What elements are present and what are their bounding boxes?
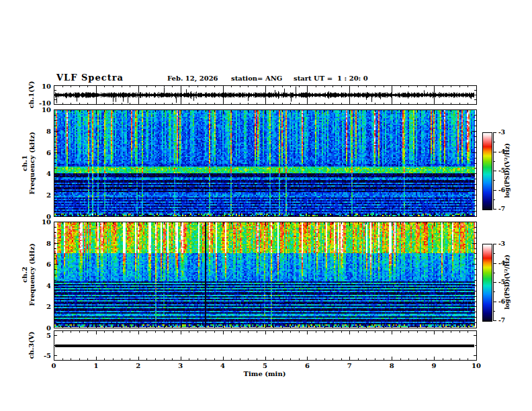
time-tick-label: 3 [178, 362, 183, 369]
time-tick-label: 9 [432, 362, 437, 369]
vlf-spectra-screen: VLF Spectra Feb. 12, 2026 station= ANG s… [0, 0, 532, 411]
colorbar-tick [493, 190, 496, 191]
ch1-spec-ytick: 6 [26, 148, 51, 156]
ch1-waveform-canvas [54, 85, 477, 105]
ch2-frequency-axis-label: ch.2 Frequency (kHz) [21, 243, 36, 306]
colorbar-tick [493, 263, 496, 264]
ch2-spec-ytick: 2 [26, 303, 51, 310]
time-tick-label: 4 [220, 362, 225, 369]
ch1-spec-channel-label: ch.1 [21, 132, 28, 194]
colorbar-minor-tick [493, 273, 495, 273]
ch2-colorbar [482, 244, 492, 322]
colorbar-minor-tick [493, 253, 495, 254]
ch2-spec-ytick: 8 [26, 239, 51, 246]
time-tick-label: 8 [390, 362, 394, 369]
page-title: VLF Spectra [56, 73, 124, 83]
ch2-spec-unit-label: Frequency (kHz) [28, 243, 36, 306]
colorbar-tick [493, 282, 496, 283]
ch2-spectrogram-canvas [54, 222, 477, 328]
ch1-spec-ytick: 4 [26, 170, 51, 177]
colorbar-tick [493, 320, 496, 321]
time-axis-label: Time (min) [244, 370, 286, 377]
colorbar-minor-tick [493, 311, 495, 312]
ch2-spec-ytick: 4 [26, 281, 51, 289]
ch1-spec-ytick: 8 [26, 127, 51, 134]
colorbar-tick-label: -3 [498, 129, 505, 136]
ch2-spec-ytick: 10 [26, 218, 51, 226]
ch3-wave-ytick: -5 [26, 352, 51, 359]
ch3-waveform-canvas [54, 330, 477, 361]
colorbar-tick [493, 152, 496, 152]
ch2-spec-ytick: 6 [26, 261, 51, 268]
ch2-spec-channel-label: ch.2 [21, 243, 28, 306]
header-station: station= ANG [231, 75, 282, 82]
colorbar-tick-label: -7 [498, 205, 505, 212]
ch1-spec-ytick: 2 [26, 191, 51, 199]
ch3-wave-ytick: 5 [26, 332, 51, 339]
time-tick-label: 6 [305, 362, 310, 369]
colorbar-minor-tick [493, 291, 495, 292]
colorbar-tick [493, 302, 496, 302]
colorbar-minor-tick [493, 199, 495, 200]
time-tick-label: 2 [136, 362, 140, 369]
colorbar-tick [493, 209, 496, 210]
ch2-spec-ytick: 0 [26, 324, 51, 332]
colorbar-tick-label: -7 [498, 317, 505, 324]
ch1-colorbar [482, 132, 492, 210]
colorbar-minor-tick [493, 180, 495, 181]
colorbar-tick-label: -3 [498, 240, 505, 247]
ch1-colorbar-label: log(PSD)(V²/Hz) [504, 143, 511, 198]
ch1-spec-ytick: 10 [26, 106, 51, 113]
time-tick-label: 1 [93, 362, 98, 369]
time-tick-label: 0 [52, 362, 56, 369]
ch1-wave-ytick: 10 [26, 83, 51, 90]
ch1-spectrogram-canvas [54, 109, 477, 217]
colorbar-tick [493, 132, 496, 133]
header-start-ut: start UT = 1 : 20: 0 [294, 75, 368, 82]
colorbar-tick [493, 244, 496, 244]
colorbar-minor-tick [493, 142, 495, 142]
header-date: Feb. 12, 2026 [167, 75, 218, 82]
colorbar-tick [493, 171, 496, 171]
time-tick-label: 7 [347, 362, 352, 369]
colorbar-minor-tick [493, 161, 495, 162]
time-tick-label: 10 [472, 362, 481, 369]
ch2-colorbar-label: log(PSD)(V²/Hz) [504, 255, 511, 310]
time-tick-label: 5 [263, 362, 267, 369]
ch1-frequency-axis-label: ch.1 Frequency (kHz) [21, 132, 36, 194]
ch1-spec-unit-label: Frequency (kHz) [28, 132, 36, 194]
